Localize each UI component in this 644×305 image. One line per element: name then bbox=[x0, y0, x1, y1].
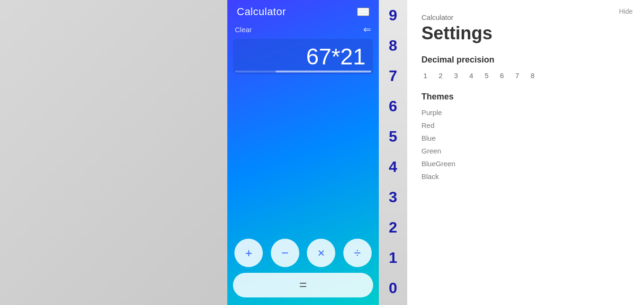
theme-red[interactable]: Red bbox=[421, 120, 630, 130]
theme-black[interactable]: Black bbox=[421, 171, 630, 181]
digit-1[interactable]: 1 bbox=[379, 242, 407, 273]
decimal-8[interactable]: 8 bbox=[528, 71, 536, 81]
decimal-7[interactable]: 7 bbox=[513, 71, 521, 81]
equals-button[interactable]: = bbox=[233, 273, 373, 297]
clear-button[interactable]: Clear bbox=[235, 26, 252, 34]
digit-9[interactable]: 9 bbox=[379, 0, 407, 30]
display-scrollbar[interactable] bbox=[235, 71, 371, 72]
themes-title: Themes bbox=[421, 92, 630, 102]
digit-4[interactable]: 4 bbox=[379, 152, 407, 182]
hamburger-line-1 bbox=[358, 9, 368, 9]
left-panel bbox=[0, 0, 227, 305]
calc-controls: Clear ⇐ bbox=[233, 22, 373, 39]
theme-purple[interactable]: Purple bbox=[421, 108, 630, 117]
decimal-5[interactable]: 5 bbox=[483, 71, 490, 81]
decimal-2[interactable]: 2 bbox=[437, 71, 444, 81]
display-scrollbar-thumb bbox=[276, 71, 371, 72]
settings-heading: Settings bbox=[421, 23, 630, 44]
theme-green[interactable]: Green bbox=[421, 146, 630, 156]
subtract-button[interactable]: − bbox=[271, 239, 299, 267]
theme-list: Purple Red Blue Green BlueGreen Black bbox=[421, 108, 630, 181]
digit-3[interactable]: 3 bbox=[379, 182, 407, 212]
settings-panel: Hide Calculator Settings Decimal precisi… bbox=[407, 0, 644, 305]
decimal-precision-title: Decimal precision bbox=[421, 55, 630, 65]
calc-header: Calculator bbox=[227, 0, 379, 22]
decimal-1[interactable]: 1 bbox=[421, 71, 429, 81]
digit-0[interactable]: 0 bbox=[379, 273, 407, 303]
operators-row: + − × ÷ bbox=[233, 239, 373, 267]
multiply-button[interactable]: × bbox=[307, 239, 335, 267]
hamburger-line-3 bbox=[358, 14, 368, 15]
decimal-4[interactable]: 4 bbox=[467, 71, 475, 81]
display-text: 67*21 bbox=[306, 44, 366, 70]
decimal-6[interactable]: 6 bbox=[498, 71, 506, 81]
backspace-button[interactable]: ⇐ bbox=[363, 24, 371, 35]
digit-6[interactable]: 6 bbox=[379, 91, 407, 121]
digit-7[interactable]: 7 bbox=[379, 61, 407, 91]
digit-5[interactable]: 5 bbox=[379, 121, 407, 152]
themes-section: Themes Purple Red Blue Green BlueGreen B… bbox=[421, 92, 630, 181]
settings-subtitle: Calculator bbox=[421, 13, 630, 21]
numpad-strip: 9 8 7 6 5 4 3 2 1 0 bbox=[379, 0, 407, 305]
decimal-options: 1 2 3 4 5 6 7 8 bbox=[421, 71, 630, 81]
calc-title: Calculator bbox=[237, 6, 286, 18]
calculator-app: Calculator Clear ⇐ 67*21 + − × ÷ = bbox=[227, 0, 379, 305]
hamburger-button[interactable] bbox=[357, 8, 369, 16]
theme-blue[interactable]: Blue bbox=[421, 133, 630, 143]
hide-button[interactable]: Hide bbox=[619, 8, 633, 15]
calc-body: Clear ⇐ 67*21 + − × ÷ = bbox=[227, 22, 379, 305]
display-area: 67*21 bbox=[233, 39, 373, 74]
theme-bluegreen[interactable]: BlueGreen bbox=[421, 159, 630, 169]
hamburger-line-2 bbox=[358, 11, 368, 12]
digit-8[interactable]: 8 bbox=[379, 30, 407, 61]
divide-button[interactable]: ÷ bbox=[343, 239, 372, 267]
decimal-3[interactable]: 3 bbox=[452, 71, 460, 81]
digit-2[interactable]: 2 bbox=[379, 212, 407, 242]
add-button[interactable]: + bbox=[234, 239, 263, 267]
spacer bbox=[233, 78, 373, 239]
